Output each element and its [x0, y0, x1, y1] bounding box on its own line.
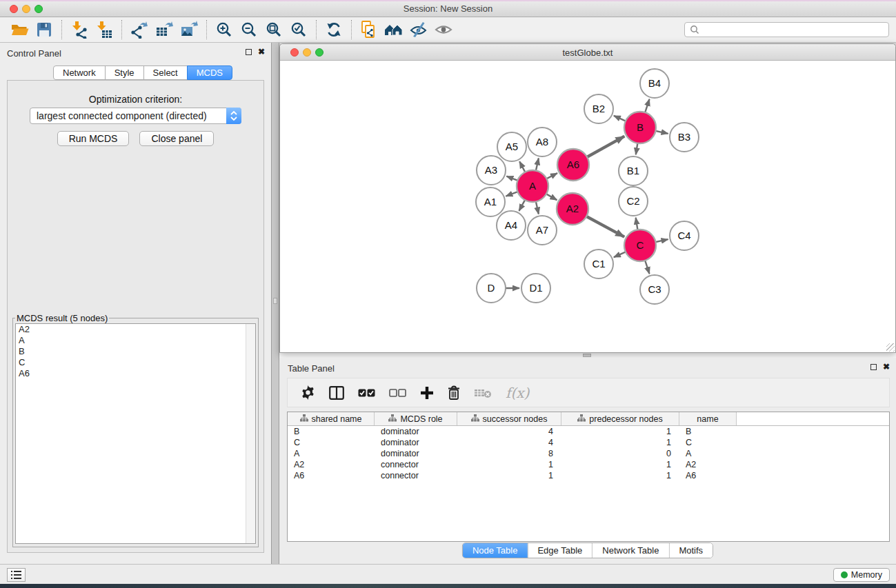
graph-node-C4[interactable]: C4	[670, 221, 699, 250]
column-header-successor-nodes[interactable]: successor nodes	[457, 412, 561, 425]
tab-network[interactable]: Network	[53, 65, 106, 80]
graph-node-B3[interactable]: B3	[670, 123, 699, 152]
float-table-panel-icon[interactable]	[870, 364, 877, 370]
graph-node-D1[interactable]: D1	[521, 274, 550, 303]
table-cell: connector	[375, 459, 457, 470]
float-panel-icon[interactable]	[246, 49, 252, 55]
close-panel-icon[interactable]: ✖	[258, 48, 265, 56]
run-mcds-button[interactable]: Run MCDS	[57, 131, 130, 146]
graph-node-A5[interactable]: A5	[497, 132, 526, 161]
svg-text:A8: A8	[536, 136, 548, 148]
column-header-predecessor-nodes[interactable]: predecessor nodes	[561, 412, 679, 425]
mcds-result-list[interactable]: A2ABCA6	[15, 323, 256, 544]
tab-motifs[interactable]: Motifs	[668, 543, 713, 558]
deselect-all-checkboxes-icon[interactable]	[389, 389, 406, 397]
tab-style[interactable]: Style	[105, 65, 144, 80]
horizontal-splitter[interactable]	[279, 353, 896, 358]
result-item[interactable]: A	[16, 335, 255, 346]
criterion-select[interactable]: largest connected component (directed)	[30, 108, 241, 124]
refresh-icon[interactable]	[321, 19, 346, 40]
add-column-icon[interactable]	[420, 386, 434, 400]
open-folder-icon[interactable]	[7, 19, 32, 40]
network-canvas[interactable]: AA1A2A3A4A5A6A7A8BB1B2B3B4CC1C2C3C4DD1	[280, 61, 895, 352]
column-header-name[interactable]: name	[679, 412, 737, 425]
table-row[interactable]: Bdominator41B	[288, 426, 889, 437]
table-cell: A6	[288, 470, 375, 481]
tab-network-table[interactable]: Network Table	[592, 543, 668, 558]
result-item[interactable]: C	[16, 357, 255, 368]
graph-node-A6[interactable]: A6	[557, 149, 589, 181]
settings-gear-icon[interactable]	[301, 385, 315, 400]
network-from-selection-icon[interactable]	[357, 19, 381, 40]
hide-selected-icon[interactable]	[406, 19, 431, 40]
svg-text:C3: C3	[648, 283, 661, 295]
export-table-icon[interactable]	[152, 19, 177, 40]
graph-node-B2[interactable]: B2	[584, 94, 613, 123]
horizontal-splitter-handle[interactable]	[583, 354, 591, 357]
table-cell: A2	[679, 459, 737, 470]
first-neighbors-icon[interactable]	[381, 19, 406, 40]
show-all-eye-icon	[431, 19, 456, 40]
result-item[interactable]: A2	[16, 324, 255, 335]
graph-node-A4[interactable]: A4	[497, 211, 526, 240]
desktop-background-strip	[0, 584, 896, 588]
export-network-icon[interactable]	[127, 19, 152, 40]
svg-text:A4: A4	[505, 219, 517, 231]
graph-node-C3[interactable]: C3	[640, 275, 669, 304]
graph-node-B[interactable]: B	[624, 112, 656, 143]
split-columns-icon[interactable]	[329, 386, 344, 400]
task-history-button[interactable]	[7, 568, 26, 582]
mcds-result-group: MCDS result (5 nodes) A2ABCA6	[12, 313, 259, 547]
graph-node-D[interactable]: D	[477, 274, 506, 303]
table-row[interactable]: Cdominator41C	[288, 437, 889, 448]
memory-label: Memory	[851, 570, 882, 580]
zoom-fit-icon[interactable]	[261, 19, 286, 40]
table-cell: 8	[457, 448, 561, 459]
zoom-in-icon[interactable]	[212, 19, 237, 40]
graph-node-A[interactable]: A	[517, 170, 548, 202]
column-header-shared-name[interactable]: shared name	[288, 412, 375, 425]
window-resize-grip[interactable]	[886, 343, 895, 352]
table-row[interactable]: A6connector11A6	[288, 470, 889, 481]
graph-node-A1[interactable]: A1	[476, 187, 505, 216]
tab-edge-table[interactable]: Edge Table	[527, 543, 592, 558]
graph-node-B1[interactable]: B1	[619, 156, 648, 185]
tab-node-table[interactable]: Node Table	[463, 543, 528, 558]
import-network-icon[interactable]	[67, 19, 92, 40]
toolbar-search-box[interactable]	[684, 22, 889, 37]
graph-node-C2[interactable]: C2	[619, 187, 648, 216]
column-header-MCDS-role[interactable]: MCDS role	[375, 412, 457, 425]
search-input[interactable]	[703, 24, 884, 35]
tab-select[interactable]: Select	[143, 65, 188, 80]
vertical-splitter-handle[interactable]	[273, 298, 277, 304]
import-table-icon[interactable]	[92, 19, 117, 40]
vertical-splitter[interactable]	[271, 43, 279, 564]
node-table: shared nameMCDS rolesuccessor nodesprede…	[287, 412, 890, 542]
column-header-filler	[737, 412, 889, 425]
graph-node-A7[interactable]: A7	[528, 216, 557, 245]
graph-node-B4[interactable]: B4	[640, 69, 669, 98]
svg-text:C: C	[637, 239, 644, 251]
save-icon[interactable]	[32, 19, 57, 40]
close-table-panel-icon[interactable]: ✖	[883, 363, 890, 371]
table-cell: A	[679, 448, 737, 459]
network-window-titlebar[interactable]: testGlobe.txt	[280, 44, 895, 61]
tab-mcds[interactable]: MCDS	[187, 65, 232, 80]
select-all-checkboxes-icon[interactable]	[358, 389, 375, 397]
export-image-icon[interactable]	[177, 19, 201, 40]
graph-node-A8[interactable]: A8	[528, 128, 557, 156]
delete-column-trash-icon[interactable]	[448, 385, 460, 400]
table-row[interactable]: Adominator80A	[288, 448, 889, 459]
result-item[interactable]: B	[16, 346, 255, 357]
memory-button[interactable]: Memory	[833, 568, 890, 582]
close-panel-button[interactable]: Close panel	[139, 131, 214, 146]
graph-node-A3[interactable]: A3	[477, 156, 506, 185]
graph-node-C1[interactable]: C1	[584, 250, 613, 278]
graph-node-C[interactable]: C	[624, 230, 656, 261]
result-item[interactable]: A6	[16, 368, 255, 379]
zoom-selected-icon[interactable]	[286, 19, 311, 40]
graph-node-A2[interactable]: A2	[557, 193, 588, 225]
zoom-out-icon[interactable]	[237, 19, 261, 40]
svg-text:D: D	[488, 282, 495, 294]
table-row[interactable]: A2connector11A2	[288, 459, 889, 470]
